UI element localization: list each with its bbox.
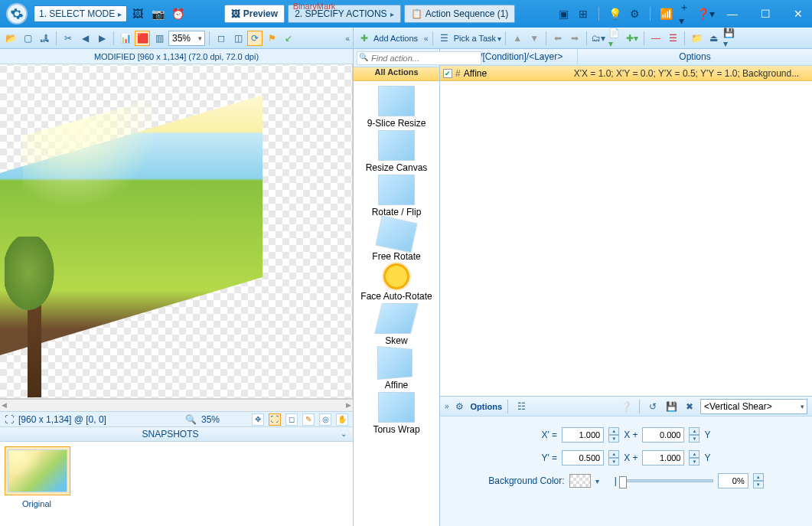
collapse-left-icon[interactable]: « — [424, 34, 429, 43]
zoom-select[interactable]: 35% — [168, 31, 205, 46]
layout2-icon[interactable]: ◫ — [230, 31, 246, 46]
checkbox-icon[interactable]: ✔ — [443, 69, 452, 78]
spinner[interactable]: ▲▼ — [689, 450, 699, 466]
collapse-icon[interactable]: « — [345, 34, 350, 43]
scrollbar-horizontal[interactable] — [0, 399, 353, 411]
folder-icon[interactable]: 📁 — [689, 31, 704, 46]
row-bgcolor: Background Color: ▾ | ▲▼ — [449, 473, 803, 488]
delete-icon[interactable]: ✖ — [682, 399, 697, 414]
pick-task-label[interactable]: Pick a Task — [454, 34, 496, 43]
save-icon[interactable]: 💾▾ — [722, 31, 738, 46]
save-preset-icon[interactable]: 💾 — [664, 399, 679, 414]
gear-icon[interactable]: ⚙ — [452, 399, 468, 414]
apply-icon[interactable]: ↙ — [281, 31, 296, 46]
spinner[interactable]: ▲▼ — [689, 427, 699, 443]
snapshot-thumbnail — [8, 449, 67, 492]
settings-icon[interactable]: ⚙ — [627, 6, 642, 21]
pencil-icon[interactable]: ✎ — [302, 413, 315, 426]
camera-icon[interactable]: 📷 — [150, 6, 165, 21]
layers-icon[interactable]: ☷ — [514, 399, 529, 414]
action-free-rotate[interactable]: Free Rotate — [354, 219, 439, 262]
tab-action-sequence[interactable]: 📋 Action Sequence (1) — [404, 5, 516, 23]
sequence-body[interactable] — [440, 81, 812, 396]
cut-icon[interactable]: ✂ — [60, 31, 76, 46]
move-icon[interactable]: ✥ — [252, 413, 264, 426]
open-folder-icon[interactable]: 📂 — [3, 31, 18, 46]
remove-all-icon[interactable]: ☰ — [665, 31, 680, 46]
opacity-slider[interactable] — [621, 479, 713, 482]
document-icon[interactable]: ▢ — [20, 31, 35, 46]
remove-icon[interactable]: — — [648, 31, 664, 46]
square-icon[interactable]: ◻ — [285, 413, 298, 426]
forward-icon[interactable]: ▶ — [94, 31, 109, 46]
collapse-down-icon[interactable]: ⌄ — [341, 426, 347, 442]
tree-overlay — [5, 237, 64, 399]
image-icon[interactable]: 🖼 — [130, 6, 145, 21]
snapshots-header[interactable]: SNAPSHOTS ⌄ — [0, 426, 353, 442]
image-icon[interactable]: 🏞 — [37, 31, 52, 46]
action-torus-wrap[interactable]: Torus Wrap — [354, 392, 439, 435]
action-skew[interactable]: Skew — [354, 303, 439, 346]
chevron-down-icon[interactable]: ▾ — [497, 34, 501, 43]
settings-gear-icon[interactable] — [6, 3, 28, 25]
fit-icon[interactable]: ⛶ — [269, 413, 281, 426]
action-resize-canvas[interactable]: Resize Canvas — [354, 130, 439, 173]
terminal-icon[interactable]: ▣ — [556, 6, 571, 21]
target-icon[interactable]: ◎ — [319, 413, 331, 426]
action-9slice[interactable]: 9-Slice Resize — [354, 86, 439, 129]
action-rotate-flip[interactable]: Rotate / Flip — [354, 175, 439, 217]
tree-icon[interactable]: 🗂▾ — [591, 31, 606, 46]
action-affine[interactable]: Affine — [354, 348, 439, 390]
reset-icon[interactable]: ↺ — [645, 399, 660, 414]
down-icon[interactable]: ▼ — [527, 31, 542, 46]
bulb-icon[interactable]: 💡 — [607, 6, 622, 21]
preset-select[interactable]: <Vertical Shear> — [700, 399, 807, 414]
minimize-button[interactable]: — — [721, 5, 744, 23]
histogram-icon[interactable]: 📊 — [118, 31, 133, 46]
hash-icon: # — [455, 68, 461, 79]
close-button[interactable]: ✕ — [788, 5, 809, 23]
flag-icon[interactable]: ⚑ — [264, 31, 279, 46]
spinner[interactable]: ▲▼ — [753, 473, 764, 488]
maximize-button[interactable]: ☐ — [755, 5, 777, 23]
sequence-row[interactable]: ✔ # Affine X'X = 1.0; X'Y = 0.0; Y'X = 0… — [440, 66, 812, 81]
opacity-input[interactable] — [718, 473, 748, 488]
yy-input[interactable] — [642, 450, 684, 466]
expand-icon[interactable]: » — [445, 402, 449, 410]
refresh-icon[interactable]: ⟳ — [247, 31, 263, 46]
grid-icon[interactable]: ⊞ — [576, 6, 591, 21]
add-icon[interactable]: ✚ — [357, 31, 372, 46]
tab-preview[interactable]: 🖼 Preview — [224, 5, 285, 23]
actions-list[interactable]: 9-Slice Resize Resize Canvas Rotate / Fl… — [354, 81, 439, 526]
up-icon[interactable]: ▲ — [510, 31, 525, 46]
rss-icon[interactable]: 📶 — [658, 6, 673, 21]
back-icon[interactable]: ◀ — [77, 31, 93, 46]
copy-green-icon[interactable]: 📄▾ — [608, 31, 623, 46]
add-green-icon[interactable]: ✚▾ — [624, 31, 640, 46]
help-icon[interactable]: ❓▾ — [698, 6, 713, 21]
help-icon[interactable]: ❔ — [618, 399, 634, 414]
step-select-mode[interactable]: 1. SELECT MODE ▸ — [34, 5, 127, 22]
doc-icon[interactable]: ▥ — [152, 31, 167, 46]
find-action-input[interactable] — [357, 51, 481, 65]
preview-canvas[interactable] — [0, 64, 353, 399]
clock-icon[interactable]: ⏰ — [170, 6, 185, 21]
hand-icon[interactable]: ✋ — [336, 413, 348, 426]
chevron-down-icon[interactable]: ▾ — [595, 477, 599, 485]
xy-input[interactable] — [642, 427, 684, 443]
snapshot-item[interactable]: Original — [5, 446, 69, 521]
redo-icon[interactable]: ➡ — [567, 31, 582, 46]
xx-input[interactable] — [562, 427, 604, 443]
yx-input[interactable] — [562, 450, 604, 466]
undo-icon[interactable]: ⬅ — [550, 31, 566, 46]
tasks-icon[interactable]: ☰ — [437, 31, 452, 46]
action-face-autorotate[interactable]: Face Auto-Rotate — [354, 263, 439, 302]
spinner[interactable]: ▲▼ — [608, 427, 619, 443]
layout1-icon[interactable]: ◻ — [214, 31, 229, 46]
plus-icon[interactable]: ＋▾ — [678, 6, 693, 21]
color-mode-icon[interactable]: 🟥 — [135, 31, 150, 46]
spinner[interactable]: ▲▼ — [608, 450, 619, 466]
eject-icon[interactable]: ⏏ — [706, 31, 721, 46]
chevron-right-icon: ▸ — [118, 10, 122, 18]
bg-swatch[interactable] — [569, 474, 591, 488]
